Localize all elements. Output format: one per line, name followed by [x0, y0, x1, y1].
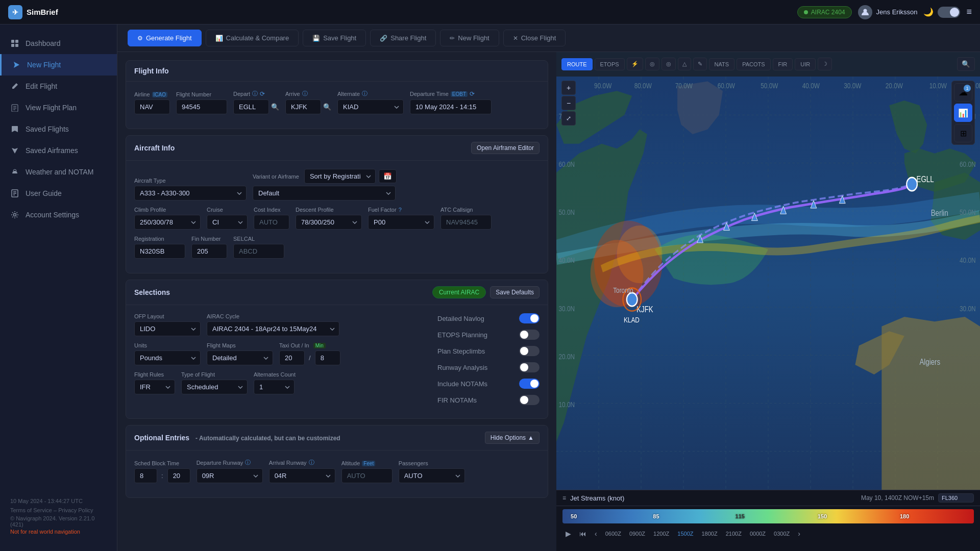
airac-cycle-select[interactable]: AIRAC 2404 - 18Apr24 to 15May24 [207, 321, 339, 336]
tab-new-flight[interactable]: ✏ New Flight [440, 30, 499, 46]
timeline-0900z[interactable]: 0900Z [626, 531, 648, 537]
detailed-navlog-toggle[interactable] [519, 313, 540, 323]
open-airframe-editor-button[interactable]: Open Airframe Editor [471, 142, 540, 154]
plan-stepclimbs-toggle[interactable] [519, 346, 540, 356]
weather-cloud-button[interactable]: ☁ 1 [954, 83, 972, 102]
menu-icon[interactable]: ≡ [966, 7, 972, 17]
timeline-1800z[interactable]: 1800Z [698, 531, 720, 537]
flight-number-input[interactable] [176, 99, 227, 114]
map-tool-nats[interactable]: NATS [709, 58, 735, 70]
sidebar-item-edit-flight[interactable]: Edit Flight [0, 76, 117, 97]
descent-profile-select[interactable]: 78/300/250 [296, 215, 362, 230]
map-tool-route[interactable]: ROUTE [561, 58, 593, 70]
dark-mode-toggle[interactable]: 🌙 [923, 7, 960, 18]
block-time-minutes-input[interactable] [167, 468, 190, 483]
climb-profile-select[interactable]: 250/300/78 [134, 215, 201, 230]
block-time-hours-input[interactable] [134, 468, 157, 483]
taxi-out-input[interactable] [279, 350, 305, 365]
terms-link[interactable]: Terms of Service [10, 507, 52, 513]
depart-input[interactable] [233, 99, 269, 114]
timeline-0300z[interactable]: 0300Z [771, 531, 793, 537]
registration-input[interactable] [134, 244, 185, 259]
jet-stream-level-select[interactable]: FL360 [938, 493, 974, 503]
flight-rules-select[interactable]: IFR [134, 380, 175, 394]
map-tool-triangle[interactable]: △ [678, 58, 691, 70]
map-tool-night[interactable]: ☽ [818, 58, 832, 70]
sort-by-registration-select[interactable]: Sort by Registration [304, 169, 376, 184]
map-background[interactable]: KJFK KLAD EGLL Berlin [556, 77, 980, 490]
atc-callsign-input[interactable] [440, 215, 492, 230]
map-tool-fir[interactable]: FIR [773, 58, 793, 70]
privacy-link[interactable]: Privacy Policy [58, 507, 93, 513]
tab-save-flight[interactable]: 💾 Save Flight [303, 30, 366, 46]
tab-close-flight[interactable]: ✕ Close Flight [503, 30, 566, 46]
weather-layers-button[interactable]: ⊞ [954, 124, 972, 142]
zoom-in-button[interactable]: + [561, 81, 576, 95]
timeline-0600z[interactable]: 0600Z [602, 531, 624, 537]
map-search-button[interactable]: 🔍 [957, 57, 975, 71]
hide-options-button[interactable]: Hide Options ▲ [485, 432, 540, 444]
variant-select[interactable]: Default [253, 186, 396, 201]
selcal-input[interactable] [233, 244, 284, 259]
cost-index-input[interactable] [254, 215, 289, 230]
map-tool-circle2[interactable]: ◎ [662, 58, 676, 70]
sidebar-item-user-guide[interactable]: User Guide [0, 183, 117, 204]
timeline-1200z[interactable]: 1200Z [650, 531, 672, 537]
taxi-in-input[interactable] [315, 350, 340, 365]
timeline-prev-step-button[interactable]: ⏮ [576, 529, 590, 539]
include-notams-toggle[interactable] [519, 379, 540, 389]
fuel-factor-select[interactable]: P00 [368, 215, 434, 230]
timeline-play-button[interactable]: ▶ [562, 529, 574, 539]
airac-badge[interactable]: AIRAC 2404 [797, 6, 852, 18]
map-tool-circle1[interactable]: ◎ [645, 58, 659, 70]
sidebar-item-dashboard[interactable]: Dashboard [0, 33, 117, 54]
alternates-count-select[interactable]: 1 [254, 380, 295, 394]
variant-calendar-button[interactable]: 📅 [379, 169, 397, 183]
map-tool-etops[interactable]: ETOPS [595, 58, 625, 70]
fin-number-input[interactable] [191, 244, 227, 259]
etops-planning-toggle[interactable] [519, 330, 540, 340]
timeline-2100z[interactable]: 2100Z [723, 531, 745, 537]
timeline-next-button[interactable]: › [795, 529, 803, 539]
flight-maps-select[interactable]: Detailed [207, 350, 273, 365]
sidebar-item-view-flight-plan[interactable]: View Flight Plan [0, 97, 117, 118]
arrival-runway-select[interactable]: 04R [269, 468, 335, 483]
app-logo[interactable]: ✈ SimBrief [8, 5, 58, 19]
depart-search-icon[interactable]: 🔍 [271, 103, 279, 111]
cruise-select[interactable]: CI [207, 215, 248, 230]
time-sync-icon[interactable]: ⟳ [470, 90, 475, 97]
passengers-select[interactable]: AUTO [399, 468, 465, 483]
timeline-1500z[interactable]: 1500Z [674, 531, 696, 537]
airline-input[interactable] [134, 99, 170, 114]
timeline-0000z[interactable]: 0000Z [747, 531, 769, 537]
map-tool-pacots[interactable]: PACOTS [737, 58, 770, 70]
toggle-switch[interactable] [938, 7, 960, 18]
arrive-input[interactable] [285, 99, 321, 114]
runway-analysis-toggle[interactable] [519, 362, 540, 372]
depart-sync-icon[interactable]: ⟳ [260, 90, 265, 97]
map-tool-lightning[interactable]: ⚡ [627, 58, 643, 70]
sidebar-item-new-flight[interactable]: New Flight [0, 54, 117, 76]
departure-runway-select[interactable]: 09R [197, 468, 263, 483]
zoom-out-button[interactable]: − [561, 96, 576, 110]
units-select[interactable]: Pounds [134, 350, 201, 365]
timeline-prev-button[interactable]: ‹ [592, 529, 600, 539]
departure-time-input[interactable] [410, 99, 492, 114]
map-tool-uir[interactable]: UIR [795, 58, 816, 70]
ofp-layout-select[interactable]: LIDO [134, 321, 201, 336]
tab-generate-flight[interactable]: ⚙ Generate Flight [128, 30, 202, 46]
alternate-select[interactable]: KIAD [337, 99, 404, 114]
save-defaults-button[interactable]: Save Defaults [490, 286, 540, 298]
current-airac-button[interactable]: Current AIRAC [432, 286, 486, 298]
altitude-input[interactable] [341, 468, 393, 483]
tab-share-flight[interactable]: 🔗 Share Flight [370, 30, 436, 46]
weather-bar-chart-button[interactable]: 📊 [954, 104, 972, 122]
user-info[interactable]: Jens Eriksson [858, 5, 918, 19]
fit-bounds-button[interactable]: ⤢ [561, 111, 576, 126]
tab-calculate-compare[interactable]: 📊 Calculate & Compare [206, 30, 299, 46]
sidebar-item-saved-airframes[interactable]: Saved Airframes [0, 140, 117, 161]
sidebar-item-account-settings[interactable]: Account Settings [0, 204, 117, 226]
type-of-flight-select[interactable]: Scheduled [181, 380, 248, 394]
map-tool-edit[interactable]: ✎ [693, 58, 707, 70]
sidebar-item-weather-notam[interactable]: Weather and NOTAM [0, 161, 117, 183]
